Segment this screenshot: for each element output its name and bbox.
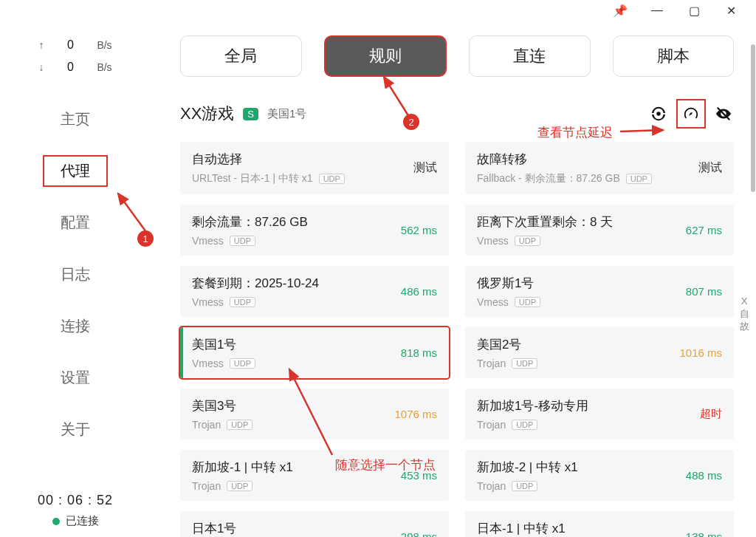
speed-block: ↑ 0 B/s ↓ 0 B/s <box>0 21 151 86</box>
node-latency: 138 ms <box>678 530 722 537</box>
udp-badge: UDP <box>512 481 537 491</box>
nav-home[interactable]: 主页 <box>0 93 151 145</box>
upload-speed: ↑ 0 B/s <box>0 34 151 56</box>
close-button[interactable]: ✕ <box>719 2 743 18</box>
mode-script[interactable]: 脚本 <box>613 35 735 77</box>
node-card[interactable]: 套餐到期：2025-10-24VmessUDP486 ms <box>180 266 449 317</box>
node-card-left: 新加坡1号-移动专用TrojanUDP <box>477 397 693 431</box>
node-card[interactable]: 自动选择URLTest - 日本-1 | 中转 x1UDP测试 <box>180 142 449 194</box>
node-card-left: 故障转移Fallback - 剩余流量：87.26 GBUDP <box>477 151 691 185</box>
nav-logs[interactable]: 日志 <box>0 248 151 300</box>
node-card[interactable]: 美国1号VmessUDP818 ms <box>180 327 449 378</box>
node-subtitle: Fallback - 剩余流量：87.26 GBUDP <box>477 172 691 185</box>
speed-test-icon[interactable] <box>681 103 701 124</box>
udp-badge: UDP <box>626 174 652 184</box>
group-header: XX游戏 S 美国1号 <box>180 99 734 129</box>
sidebar: ↑ 0 B/s ↓ 0 B/s 主页 代理 配置 日志 连接 设置 关于 00 … <box>0 21 151 537</box>
node-subtitle: VmessUDP <box>192 235 394 247</box>
udp-badge: UDP <box>515 236 540 246</box>
node-title: 距离下次重置剩余：8 天 <box>477 213 678 230</box>
node-title: 新加坡1号-移动专用 <box>477 397 693 414</box>
node-card-left: 美国2号TrojanUDP <box>477 336 672 369</box>
nav-about[interactable]: 关于 <box>0 403 151 455</box>
maximize-button[interactable]: ▢ <box>682 2 706 18</box>
node-subtitle: VmessUDP <box>477 296 678 308</box>
node-subtitle: VmessUDP <box>192 296 394 308</box>
download-value: 0 <box>63 61 78 74</box>
node-subtitle: TrojanUDP <box>192 480 394 492</box>
node-latency: 测试 <box>691 160 722 176</box>
node-card[interactable]: 日本1号VmessUDP298 ms <box>180 511 449 537</box>
node-subtitle: TrojanUDP <box>477 480 678 492</box>
group-selected-node: 美国1号 <box>267 107 306 121</box>
mode-global[interactable]: 全局 <box>180 35 302 77</box>
node-card-left: 日本1号VmessUDP <box>192 520 394 537</box>
nav-config[interactable]: 配置 <box>0 196 151 248</box>
node-card[interactable]: 俄罗斯1号VmessUDP807 ms <box>465 266 734 317</box>
node-latency: 562 ms <box>394 224 437 236</box>
node-card[interactable]: 日本-1 | 中转 x1VmessUDP138 ms <box>465 511 734 537</box>
download-unit: B/s <box>97 61 111 73</box>
node-title: 日本-1 | 中转 x1 <box>477 520 678 537</box>
scrollbar[interactable] <box>751 44 755 192</box>
node-card-left: 美国1号VmessUDP <box>192 336 394 369</box>
node-title: 自动选择 <box>192 151 406 168</box>
node-card[interactable]: 美国2号TrojanUDP1016 ms <box>465 327 734 378</box>
right-cutoff-text: X 自 故 <box>737 295 752 333</box>
node-latency: 807 ms <box>678 285 722 298</box>
udp-badge: UDP <box>319 174 345 184</box>
node-card-left: 新加坡-2 | 中转 x1TrojanUDP <box>477 459 678 492</box>
node-card[interactable]: 新加坡-2 | 中转 x1TrojanUDP488 ms <box>465 450 734 501</box>
node-card-left: 距离下次重置剩余：8 天VmessUDP <box>477 213 678 247</box>
nav-conn[interactable]: 连接 <box>0 300 151 352</box>
node-subtitle: VmessUDP <box>192 358 394 369</box>
node-card[interactable]: 美国3号TrojanUDP1076 ms <box>180 389 449 439</box>
nav-settings[interactable]: 设置 <box>0 352 151 403</box>
node-latency: 超时 <box>693 407 722 421</box>
speed-test-icon-wrap <box>676 99 706 129</box>
upload-unit: B/s <box>97 39 111 51</box>
udp-badge: UDP <box>227 420 252 430</box>
node-latency: 298 ms <box>394 530 437 537</box>
node-card[interactable]: 新加坡1号-移动专用TrojanUDP超时 <box>465 389 734 439</box>
nav-proxy[interactable]: 代理 <box>0 145 151 196</box>
up-arrow-icon: ↑ <box>38 39 44 51</box>
udp-badge: UDP <box>512 420 537 430</box>
node-title: 美国1号 <box>192 336 394 353</box>
status-dot-icon <box>52 518 60 525</box>
node-latency: 486 ms <box>394 285 437 298</box>
node-latency: 818 ms <box>394 346 437 359</box>
node-card[interactable]: 故障转移Fallback - 剩余流量：87.26 GBUDP测试 <box>465 142 734 194</box>
group-title: XX游戏 <box>180 103 234 125</box>
udp-badge: UDP <box>230 358 255 369</box>
main: 全局 规则 直连 脚本 XX游戏 S 美国1号 自动选择URLTest - 日本… <box>151 21 756 537</box>
node-title: 俄罗斯1号 <box>477 275 678 292</box>
node-card[interactable]: 新加坡-1 | 中转 x1TrojanUDP453 ms <box>180 450 449 501</box>
down-arrow-icon: ↓ <box>38 61 44 73</box>
node-title: 美国3号 <box>192 397 387 414</box>
udp-badge: UDP <box>230 236 255 246</box>
udp-badge: UDP <box>515 297 540 307</box>
pin-icon[interactable]: 📌 <box>608 2 632 18</box>
connection-timer: 00 : 06 : 52 <box>0 493 151 508</box>
node-title: 故障转移 <box>477 151 691 168</box>
group-type-badge: S <box>243 108 258 120</box>
svg-point-0 <box>656 112 661 116</box>
mode-direct[interactable]: 直连 <box>469 35 591 77</box>
timer-block: 00 : 06 : 52 已连接 <box>0 493 151 528</box>
node-card[interactable]: 距离下次重置剩余：8 天VmessUDP627 ms <box>465 205 734 256</box>
node-subtitle: TrojanUDP <box>477 358 672 369</box>
node-card-left: 美国3号TrojanUDP <box>192 397 387 431</box>
nav: 主页 代理 配置 日志 连接 设置 关于 <box>0 93 151 455</box>
node-card-left: 剩余流量：87.26 GBVmessUDP <box>192 213 394 247</box>
minimize-button[interactable]: — <box>645 2 669 18</box>
target-icon[interactable] <box>648 103 669 124</box>
node-latency: 1076 ms <box>387 408 437 420</box>
eye-off-icon[interactable] <box>713 103 734 124</box>
node-title: 新加坡-1 | 中转 x1 <box>192 459 394 476</box>
mode-rule[interactable]: 规则 <box>324 35 447 77</box>
node-card-left: 日本-1 | 中转 x1VmessUDP <box>477 520 678 537</box>
node-card[interactable]: 剩余流量：87.26 GBVmessUDP562 ms <box>180 205 449 256</box>
status-row: 已连接 <box>0 514 151 528</box>
node-latency: 1016 ms <box>672 346 722 359</box>
